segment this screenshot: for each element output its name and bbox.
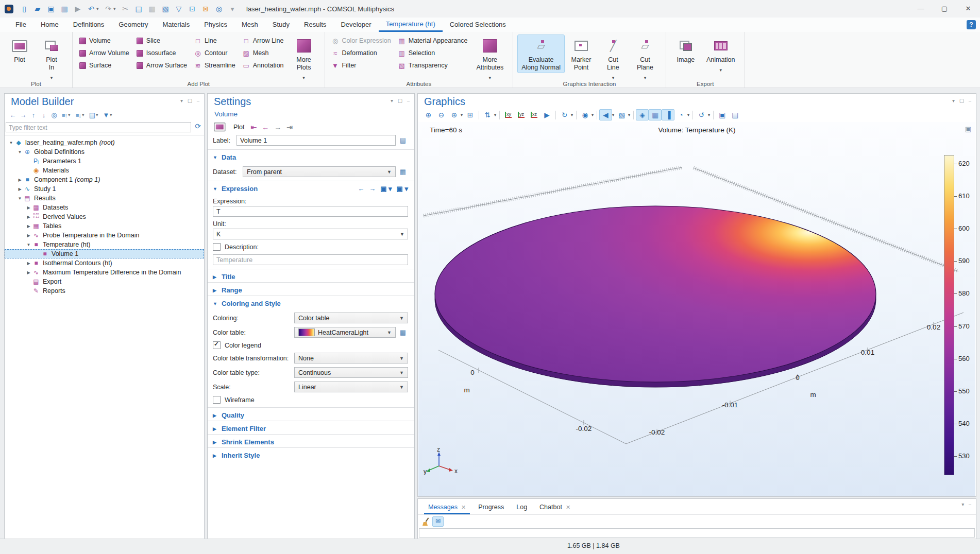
zoom-extents-icon[interactable]: ⊞ — [464, 109, 477, 120]
tree-item-tables[interactable]: ▶▦Tables — [5, 221, 204, 231]
filter-button[interactable]: ▼Filter — [329, 59, 394, 72]
tab-mesh[interactable]: Mesh — [234, 18, 265, 32]
panel-window-controls[interactable]: ▾ ▢ ⎯ — [391, 98, 411, 104]
color-table-settings-icon[interactable]: ▦ — [398, 328, 408, 336]
tree-item-volume-1[interactable]: ■Volume 1 — [5, 249, 204, 258]
tab-temperature-ht-[interactable]: Temperature (ht) — [379, 18, 443, 32]
insert-expression-icon[interactable]: ▣ ▾ — [397, 185, 408, 193]
color-expression-button[interactable]: ◎Color Expression — [329, 34, 394, 47]
chevron-down-icon[interactable]: ▼ — [8, 141, 14, 145]
panel-window-controls[interactable]: ▾ ⎯ — [961, 501, 973, 508]
section-inherit-style[interactable]: ▶Inherit Style — [208, 447, 414, 461]
appearance-icon[interactable]: ◔ — [674, 109, 687, 120]
expression-input[interactable]: T — [213, 206, 408, 217]
chevron-down-icon[interactable]: ▼ — [25, 243, 32, 247]
yz-view-icon[interactable]: yz — [515, 109, 528, 120]
select-box-icon[interactable]: ⊡ — [185, 0, 199, 18]
cut-line-button[interactable]: ╱Cut Line▾ — [598, 34, 629, 83]
marker-point-button[interactable]: Marker Point — [566, 34, 597, 73]
tab-file[interactable]: File — [8, 18, 33, 32]
movie-icon[interactable]: ▶ — [540, 109, 553, 120]
chevron-right-icon[interactable]: ▶ — [25, 215, 32, 219]
tab-progress[interactable]: Progress — [472, 500, 510, 514]
wafer-3d-scene[interactable]: 0m-0.02-0.02-0.010m0.010.02xyz — [418, 122, 975, 496]
tab-definitions[interactable]: Definitions — [66, 18, 112, 32]
evaluate-along-normal-button[interactable]: ▱Evaluate Along Normal — [517, 34, 565, 73]
zoom-box-icon[interactable]: ⊕ — [448, 109, 461, 120]
appearance-icon-caret[interactable]: ▾ — [687, 113, 689, 117]
find-icon[interactable]: ◎ — [212, 0, 226, 18]
chevron-right-icon[interactable]: ▶ — [25, 224, 32, 229]
section-title[interactable]: ▶Title — [208, 269, 414, 282]
tab-materials[interactable]: Materials — [155, 18, 197, 32]
color-legend-checkbox[interactable] — [213, 341, 221, 349]
tab-physics[interactable]: Physics — [197, 18, 234, 32]
chevron-right-icon[interactable]: ▶ — [25, 233, 32, 238]
tree-item-reports[interactable]: ✎Reports — [5, 286, 204, 296]
panel-window-controls[interactable]: ▾ ▢ ⎯ — [952, 98, 973, 104]
tree-item-temperature-ht-[interactable]: ▼■Temperature (ht) — [5, 240, 204, 249]
move-up-icon[interactable]: ↑ — [28, 111, 39, 119]
first-plot-icon[interactable]: ⇤ — [251, 123, 257, 131]
clear-selection-icon[interactable]: ⊠ — [199, 0, 212, 18]
sound-icon[interactable]: ◀ — [599, 109, 612, 120]
chevron-right-icon[interactable]: ▶ — [25, 261, 32, 266]
duplicate-icon[interactable]: ▧ — [159, 0, 172, 18]
tree-filter-input[interactable]: Type filter text — [6, 122, 191, 132]
update-plot-icon-caret[interactable]: ▾ — [708, 113, 710, 117]
expand-all-icon-caret[interactable]: ▾ — [82, 112, 87, 117]
grid-toggle-icon[interactable]: ▦ — [649, 109, 662, 120]
color-legend-toggle-icon[interactable]: ▐ — [662, 109, 674, 120]
tree-item-datasets[interactable]: ▶▦Datasets — [5, 203, 204, 212]
transparency-view-icon[interactable]: ▧ — [615, 109, 628, 120]
arrow-surface-button[interactable]: Arrow Surface — [134, 59, 190, 72]
maximize-button[interactable]: ▢ — [933, 0, 956, 18]
filter-tree-icon-caret[interactable]: ▾ — [110, 112, 115, 117]
section-range[interactable]: ▶Range — [208, 282, 414, 296]
section-element-filter[interactable]: ▶Element Filter — [208, 421, 414, 434]
xy-view-icon[interactable]: xy — [502, 109, 515, 120]
tab-results[interactable]: Results — [297, 18, 333, 32]
animation-button[interactable]: Animation▾ — [702, 34, 739, 76]
selection-button[interactable]: ▥Selection — [396, 47, 470, 59]
sound-icon-caret[interactable]: ▾ — [612, 113, 614, 117]
refresh-icon[interactable]: ⟳ — [195, 122, 201, 130]
go-back-icon[interactable]: ← — [8, 111, 18, 119]
dataset-dropdown[interactable]: From parent▼ — [243, 166, 396, 177]
close-icon[interactable]: ✕ — [461, 500, 466, 514]
tab-home[interactable]: Home — [33, 18, 66, 32]
scale-dropdown[interactable]: Linear▼ — [294, 382, 408, 392]
tab-colored-selections[interactable]: Colored Selections — [443, 18, 513, 32]
more-attributes-button[interactable]: More Attributes▾ — [472, 34, 508, 83]
unit-combo[interactable]: K▼ — [213, 229, 408, 239]
tree-item-results[interactable]: ▼▤Results — [5, 194, 204, 203]
chevron-down-icon[interactable]: ▼ — [16, 196, 23, 201]
tree-item-laser-heating-wafer-mph[interactable]: ▼◆laser_heating_wafer.mph(root) — [5, 138, 204, 147]
save-icon[interactable]: ▣ — [44, 0, 58, 18]
redo-icon-caret[interactable]: ▾ — [113, 6, 119, 11]
section-data[interactable]: ▼Data — [208, 149, 414, 163]
plot-in-button[interactable]: Plot In▾ — [36, 34, 67, 83]
tree-item-derived-values[interactable]: ▶8.85 e-12Derived Values — [5, 212, 204, 221]
settings-plot-button[interactable]: Plot — [233, 124, 245, 131]
tree-item-probe-temperature-in-the-domain[interactable]: ▶∿Probe Temperature in the Domain — [5, 231, 204, 240]
go-forward-icon[interactable]: → — [18, 111, 28, 119]
section-coloring-and-style[interactable]: ▼Coloring and Style — [208, 296, 414, 309]
previous-expression-icon[interactable]: ← — [358, 185, 364, 193]
move-down-icon[interactable]: ↓ — [39, 111, 49, 119]
cut-icon[interactable]: ✂ — [119, 0, 132, 18]
description-input[interactable]: Temperature — [213, 254, 408, 265]
replace-expression-icon[interactable]: ▣ ▾ — [380, 185, 392, 193]
color-table-type-dropdown[interactable]: Continuous▼ — [294, 367, 408, 378]
tab-geometry[interactable]: Geometry — [111, 18, 155, 32]
open-file-icon[interactable]: ▰ — [31, 0, 44, 18]
zoom-in-icon[interactable]: ⊕ — [422, 109, 435, 120]
tree-item-export[interactable]: ▤Export — [5, 277, 204, 286]
tree-item-parameters-1[interactable]: PᵢParameters 1 — [5, 157, 204, 166]
customize-icon[interactable]: ▾ — [226, 0, 239, 18]
xz-view-icon[interactable]: xz — [528, 109, 540, 120]
cut-plane-button[interactable]: ▱Cut Plane▾ — [630, 34, 661, 83]
snapshot-icon[interactable]: ▣ — [716, 109, 729, 120]
contour-button[interactable]: ◎Contour — [192, 47, 238, 59]
transparency-view-icon-caret[interactable]: ▾ — [628, 113, 630, 117]
